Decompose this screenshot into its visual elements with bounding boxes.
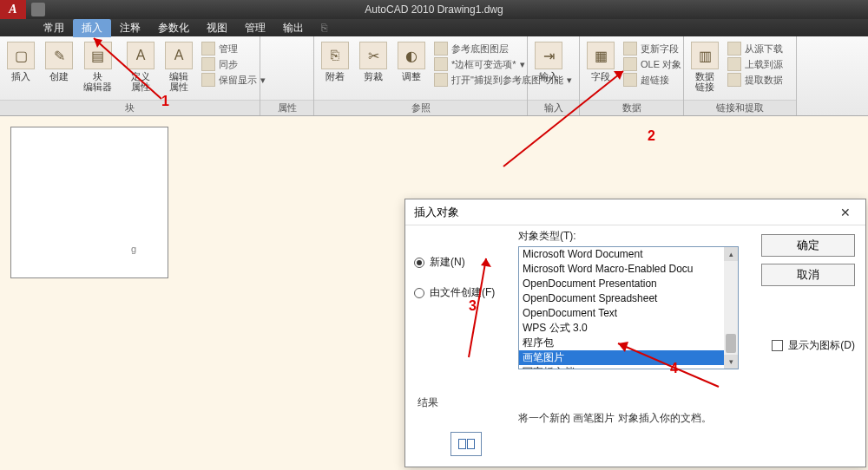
tab-common[interactable]: 常用 — [35, 19, 73, 37]
layers-icon — [434, 42, 448, 55]
scroll-down-icon[interactable]: ▾ — [724, 355, 738, 369]
upload-button[interactable]: 上载到源 — [727, 57, 783, 71]
tab-insert[interactable]: 插入 — [73, 19, 111, 37]
upload-icon — [727, 57, 741, 71]
app-title: AutoCAD 2010 Drawing1.dwg — [365, 3, 503, 16]
ok-button[interactable]: 确定 — [761, 234, 855, 257]
import-icon: ⇥ — [535, 42, 562, 69]
title-bar: A AutoCAD 2010 Drawing1.dwg — [0, 0, 868, 19]
panel-reference: ⎘附着 ✂剪裁 ◐调整 参考底图图层 *边框可变选项* ▾ 打开"捕捉到参考底图… — [314, 36, 528, 115]
panel-attributes: 属性 — [260, 36, 314, 115]
result-icon — [450, 432, 482, 456]
app-icon[interactable]: A — [0, 0, 26, 19]
list-item[interactable]: OpenDocument Presentation — [519, 277, 724, 291]
cancel-button[interactable]: 取消 — [761, 264, 855, 286]
define-attr-button[interactable]: A定义 属性 — [122, 40, 160, 94]
create-icon: ✎ — [45, 42, 73, 69]
manage-label: 管理 — [219, 42, 238, 55]
result-label: 结果 — [418, 395, 438, 410]
panel-block-label[interactable]: 块 — [0, 100, 260, 115]
manage-icon — [201, 42, 215, 55]
quick-access-toolbar — [26, 3, 50, 16]
scroll-thumb[interactable] — [726, 334, 736, 353]
hyperlink-label: 超链接 — [641, 74, 669, 87]
listbox-scrollbar[interactable]: ▴ ▾ — [724, 247, 738, 369]
retain-icon — [201, 73, 215, 87]
underlay-layers-label: 参考底图图层 — [451, 42, 509, 55]
tab-view[interactable]: 视图 — [198, 19, 236, 37]
display-as-icon-checkbox[interactable]: 显示为图标(D) — [772, 338, 855, 353]
adjust-button[interactable]: ◐调整 — [392, 40, 431, 83]
insert-icon: ▢ — [7, 42, 35, 69]
list-item[interactable]: Microsoft Word Document — [519, 247, 724, 262]
tab-parametric[interactable]: 参数化 — [149, 19, 198, 37]
insert-label: 插入 — [11, 71, 30, 82]
panel-import-label[interactable]: 输入 — [528, 100, 579, 115]
model-viewport[interactable]: g — [10, 127, 168, 278]
tab-annotate[interactable]: 注释 — [111, 19, 149, 37]
list-item[interactable]: 程序包 — [519, 336, 724, 350]
block-editor-icon: ▤ — [84, 42, 112, 69]
radio-dot-icon — [414, 258, 424, 268]
list-item[interactable]: 写字板文档 — [519, 365, 724, 369]
attach-button[interactable]: ⎘附着 — [316, 40, 354, 83]
download-button[interactable]: 从源下载 — [727, 42, 783, 55]
update-label: 更新字段 — [641, 42, 679, 55]
upload-label: 上载到源 — [745, 58, 783, 71]
sync-label: 同步 — [219, 58, 238, 71]
create-button[interactable]: ✎创建 — [40, 40, 78, 83]
snap-icon — [434, 73, 448, 87]
manage-button[interactable]: 管理 — [201, 42, 266, 55]
panel-data-label[interactable]: 数据 — [580, 100, 683, 115]
panel-link-extract-label[interactable]: 链接和提取 — [684, 100, 796, 115]
clip-button[interactable]: ✂剪裁 — [354, 40, 392, 83]
dialog-titlebar[interactable]: 插入对象 ✕ — [405, 199, 865, 225]
define-attr-label: 定义 属性 — [131, 71, 150, 92]
list-item-selected[interactable]: 画笔图片 — [519, 350, 724, 365]
download-icon — [727, 42, 741, 55]
adjust-icon: ◐ — [398, 42, 425, 69]
link-icon — [623, 73, 637, 87]
dialog-title: 插入对象 — [414, 205, 459, 220]
insert-object-dialog: 插入对象 ✕ 对象类型(T): 新建(N) 由文件创建(F) Microsoft… — [404, 199, 866, 467]
tab-manage[interactable]: 管理 — [236, 19, 274, 37]
download-label: 从源下载 — [745, 42, 783, 55]
panel-import: ⇥输入 输入 — [528, 36, 580, 115]
clip-icon: ✂ — [359, 42, 387, 69]
hyperlink-button[interactable]: 超链接 — [623, 73, 681, 87]
block-editor-button[interactable]: ▤块 编辑器 — [78, 40, 117, 94]
list-item[interactable]: OpenDocument Text — [519, 306, 724, 321]
scroll-up-icon[interactable]: ▴ — [724, 247, 738, 261]
panel-attributes-label[interactable]: 属性 — [260, 100, 313, 115]
edit-attr-button[interactable]: A编辑 属性 — [160, 40, 198, 94]
ole-label: OLE 对象 — [641, 58, 681, 71]
edit-attr-label: 编辑 属性 — [169, 71, 188, 92]
retain-display-button[interactable]: 保留显示 ▾ — [201, 73, 266, 87]
tab-output[interactable]: 输出 — [274, 19, 312, 37]
radio-from-file[interactable]: 由文件创建(F) — [414, 285, 495, 300]
tab-extra[interactable]: ⎘ — [312, 20, 336, 36]
attach-icon: ⎘ — [321, 42, 349, 69]
data-link-button[interactable]: ▥数据 链接 — [686, 40, 724, 94]
panel-reference-label[interactable]: 参照 — [314, 100, 527, 115]
field-button[interactable]: ▦字段 — [582, 40, 620, 83]
ole-object-button[interactable]: OLE 对象 — [623, 57, 681, 71]
import-button[interactable]: ⇥输入 — [529, 40, 568, 83]
sync-button[interactable]: 同步 — [201, 57, 266, 71]
checkbox-icon — [772, 340, 783, 351]
close-button[interactable]: ✕ — [832, 202, 858, 223]
update-field-button[interactable]: 更新字段 — [623, 42, 681, 55]
data-link-label: 数据 链接 — [695, 71, 714, 92]
object-type-listbox[interactable]: Microsoft Word Document Microsoft Word M… — [518, 246, 739, 369]
frame-icon — [434, 57, 448, 71]
list-item[interactable]: WPS 公式 3.0 — [519, 321, 724, 336]
list-item[interactable]: Microsoft Word Macro-Enabled Docu — [519, 262, 724, 277]
list-item[interactable]: OpenDocument Spreadsheet — [519, 291, 724, 306]
qat-button[interactable] — [31, 3, 45, 16]
extract-data-button[interactable]: 提取数据 — [727, 73, 783, 87]
create-label: 创建 — [49, 71, 69, 82]
radio-create-new[interactable]: 新建(N) — [414, 255, 495, 270]
result-text: 将一个新的 画笔图片 对象插入你的文档。 — [518, 411, 712, 426]
insert-button[interactable]: ▢插入 — [2, 40, 40, 83]
field-icon: ▦ — [587, 42, 615, 69]
